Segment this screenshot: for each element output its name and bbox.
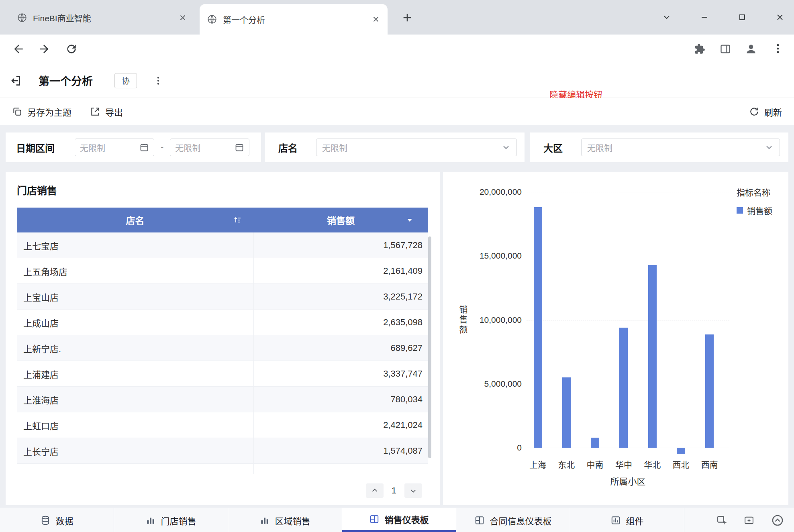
- page-up-button[interactable]: [366, 483, 384, 498]
- bottom-tab-1[interactable]: 数据: [0, 508, 114, 532]
- legend-label: 销售额: [747, 204, 772, 216]
- store-select[interactable]: 无限制: [316, 139, 517, 156]
- bottom-bar-right-actions: [716, 508, 794, 532]
- table-row[interactable]: 上虹口店2,421,024: [17, 412, 428, 438]
- bar[interactable]: [562, 377, 571, 448]
- y-tick-label: 5,000,000: [467, 378, 522, 389]
- y-gridline: [527, 448, 729, 448]
- store-filter: 店名 无限制: [265, 132, 525, 162]
- region-select[interactable]: 无限制: [581, 139, 780, 156]
- table-row[interactable]: 上五角场店2,161,409: [17, 258, 428, 284]
- sales-value-cell: [253, 464, 428, 474]
- dashboard-icon: [369, 514, 380, 524]
- bar[interactable]: [619, 328, 628, 448]
- bottom-tab-bar: 数据门店销售区域销售销售仪表板合同信息仪表板组件: [0, 508, 794, 532]
- bottom-tab-label: 区域销售: [275, 514, 310, 527]
- tab-title: 第一个分析: [223, 13, 366, 25]
- date-from-input[interactable]: 无限制: [75, 139, 154, 156]
- table-scrollbar[interactable]: [428, 236, 431, 458]
- sales-value-cell: 3,225,172: [253, 284, 428, 309]
- collapse-bar-icon[interactable]: [771, 514, 784, 527]
- table-row[interactable]: 上宝山店3,225,172: [17, 284, 428, 310]
- bar[interactable]: [534, 207, 542, 448]
- panel-title: 门店销售: [17, 183, 57, 197]
- forward-button[interactable]: [38, 43, 51, 55]
- y-tick-label: 20,000,000: [467, 186, 522, 198]
- chart-legend: 指标名称 销售额: [737, 186, 772, 216]
- date-to-value: 无限制: [175, 141, 235, 153]
- bottom-tab-4[interactable]: 销售仪表板: [342, 508, 456, 532]
- add-dashboard-icon[interactable]: [716, 515, 727, 526]
- header-more-kebab-icon[interactable]: [153, 75, 163, 86]
- new-tab-button[interactable]: [401, 11, 414, 24]
- legend-swatch: [737, 207, 743, 214]
- bar[interactable]: [648, 265, 657, 448]
- bar[interactable]: [591, 438, 599, 448]
- refresh-icon: [749, 106, 759, 117]
- tab-search-chevron-icon[interactable]: [654, 0, 680, 35]
- table-row[interactable]: 上淮海店780,034: [17, 387, 428, 412]
- table-row[interactable]: 上成山店2,635,098: [17, 310, 428, 335]
- window-maximize-button[interactable]: [729, 0, 755, 35]
- chevron-down-icon: [501, 143, 511, 152]
- browser-tab-strip: FineBI商业智能 第一个分析: [0, 0, 794, 35]
- x-tick-label: 上海: [522, 458, 554, 470]
- browser-menu-kebab-icon[interactable]: [772, 43, 784, 55]
- extensions-puzzle-icon[interactable]: [694, 43, 705, 55]
- browser-window: FineBI商业智能 第一个分析 076d6aa6b4be38bcb239754…: [0, 0, 794, 532]
- x-axis-title: 所属小区: [527, 474, 729, 487]
- bottom-tab-3[interactable]: 区域销售: [228, 508, 342, 532]
- exit-icon[interactable]: [9, 74, 22, 87]
- sort-desc-triangle-icon[interactable]: [405, 215, 414, 225]
- table-row[interactable]: 上七宝店1,567,728: [17, 232, 428, 258]
- date-filter-label: 日期区间: [16, 141, 55, 155]
- pagination: 1: [366, 483, 422, 498]
- bottom-tab-5[interactable]: 合同信息仪表板: [456, 508, 570, 532]
- sort-icon[interactable]: [233, 215, 242, 225]
- table-row[interactable]: 上浦建店3,337,747: [17, 361, 428, 387]
- collaboration-badge[interactable]: 协: [114, 73, 137, 88]
- barchart-icon: [259, 515, 270, 526]
- browser-tab-finebi[interactable]: FineBI商业智能: [10, 6, 194, 30]
- reload-button[interactable]: [65, 43, 78, 55]
- date-range-filter: 日期区间 无限制 - 无限制: [6, 132, 261, 162]
- dashboard-content: 日期区间 无限制 - 无限制 店名 无限制 大区 无限制: [0, 125, 794, 508]
- profile-avatar-icon[interactable]: [745, 43, 757, 55]
- table-row[interactable]: 上长宁店1,574,087: [17, 438, 428, 464]
- add-component-icon[interactable]: [743, 515, 755, 526]
- tab-close-icon[interactable]: [178, 13, 187, 22]
- store-name-cell: 上浦建店: [17, 361, 253, 386]
- report-toolbar: 另存为主题 导出 刷新: [0, 98, 794, 125]
- side-panel-icon[interactable]: [720, 43, 731, 55]
- export-icon: [90, 106, 100, 117]
- table-body: 上七宝店1,567,728上五角场店2,161,409上宝山店3,225,172…: [17, 232, 428, 474]
- y-tick-label: 10,000,000: [467, 314, 522, 326]
- browser-tab-analysis[interactable]: 第一个分析: [200, 4, 388, 35]
- browser-toolbar: 076d6aa6b4be38bcb239754eadf56/report/7e9…: [0, 35, 794, 63]
- refresh-button[interactable]: 刷新: [749, 105, 782, 118]
- bottom-tab-6[interactable]: 组件: [570, 508, 684, 532]
- table-row[interactable]: 上新宁店.689,627: [17, 335, 428, 361]
- bar[interactable]: [677, 448, 685, 454]
- back-button[interactable]: [12, 43, 25, 55]
- column-header-sales[interactable]: 销售额: [253, 208, 428, 232]
- bar[interactable]: [705, 334, 714, 448]
- bottom-tab-2[interactable]: 门店销售: [114, 508, 228, 532]
- globe-icon: [207, 14, 217, 24]
- y-gridline: [527, 192, 729, 192]
- date-to-input[interactable]: 无限制: [170, 139, 249, 156]
- page-title: 第一个分析: [39, 73, 93, 88]
- tab-close-icon[interactable]: [371, 15, 380, 24]
- export-button[interactable]: 导出: [90, 105, 123, 118]
- legend-item[interactable]: 销售额: [737, 204, 772, 216]
- store-name-cell: 上淮海店: [17, 387, 253, 412]
- window-close-button[interactable]: [767, 0, 793, 35]
- y-gridline: [527, 384, 729, 384]
- page-down-button[interactable]: [404, 483, 422, 498]
- window-minimize-button[interactable]: [692, 0, 717, 35]
- store-name-cell: 上虹口店: [17, 412, 253, 438]
- bottom-tab-label: 门店销售: [161, 514, 196, 527]
- column-header-store[interactable]: 店名: [17, 208, 253, 232]
- y-tick-label: 0: [467, 442, 522, 453]
- save-as-theme-button[interactable]: 另存为主题: [12, 105, 71, 118]
